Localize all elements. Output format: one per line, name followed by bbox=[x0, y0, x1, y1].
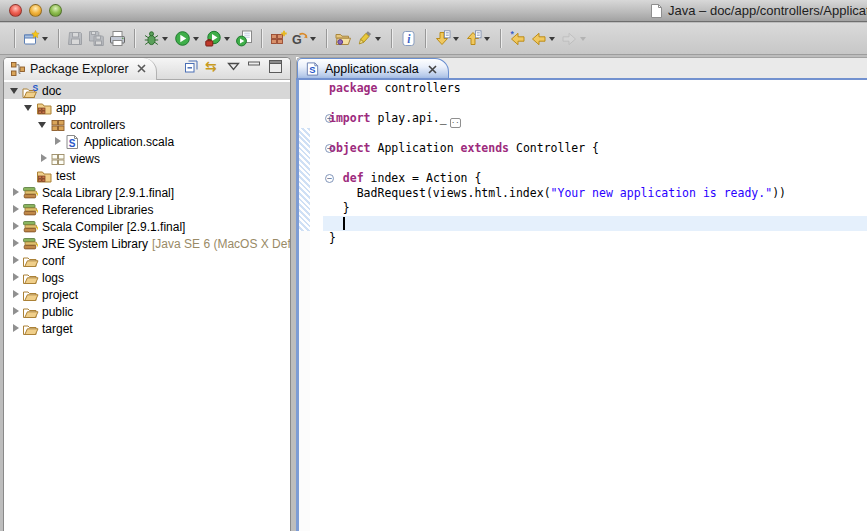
tree-item-scala-library-2-9-1-final[interactable]: Scala Library [2.9.1.final] bbox=[4, 184, 290, 201]
run-as-button[interactable] bbox=[234, 26, 255, 52]
tree-item-label: controllers bbox=[68, 118, 125, 132]
debug-dropdown-arrow-icon[interactable] bbox=[162, 37, 168, 41]
tree-item-app[interactable]: app bbox=[4, 99, 290, 116]
run-external-dropdown-arrow-icon[interactable] bbox=[224, 37, 230, 41]
previous-annotation-dropdown-arrow-icon[interactable] bbox=[484, 37, 490, 41]
collapsed-arrow-icon[interactable] bbox=[10, 289, 21, 300]
info-button[interactable]: i bbox=[398, 26, 419, 52]
toolbar-separator bbox=[391, 29, 392, 48]
collapsed-arrow-icon[interactable] bbox=[38, 153, 49, 164]
minimize-button[interactable] bbox=[246, 58, 263, 79]
tree-item-label: Referenced Libraries bbox=[40, 203, 153, 217]
code-line[interactable]: import play.api._.. bbox=[323, 111, 867, 126]
maximize-button[interactable] bbox=[267, 58, 284, 79]
tree-item-jre-system-library[interactable]: JRE System Library[Java SE 6 (MacOS X De… bbox=[4, 235, 290, 252]
tree-item-logs[interactable]: logs bbox=[4, 269, 290, 286]
run-dropdown-arrow-icon[interactable] bbox=[193, 37, 199, 41]
new-java-package-button[interactable] bbox=[268, 26, 289, 52]
svg-text:S: S bbox=[33, 83, 39, 93]
new-wizard-button[interactable] bbox=[21, 26, 52, 52]
eclipse-window: { "window": { "title": "Java – doc/app/c… bbox=[0, 0, 867, 531]
minimize-window-button[interactable] bbox=[29, 4, 42, 17]
tree-item-doc[interactable]: Sdoc bbox=[4, 82, 290, 99]
expanded-arrow-icon[interactable] bbox=[10, 85, 21, 96]
collapsed-arrow-icon[interactable] bbox=[10, 238, 21, 249]
expanded-arrow-icon[interactable] bbox=[38, 119, 49, 130]
zoom-window-button[interactable] bbox=[49, 4, 62, 17]
generate-icon: G bbox=[291, 30, 308, 47]
tree-item-controllers[interactable]: controllers bbox=[4, 116, 290, 133]
collapsed-arrow-icon[interactable] bbox=[10, 323, 21, 334]
collapsed-arrow-icon[interactable] bbox=[10, 204, 21, 215]
run-external-button[interactable] bbox=[203, 26, 234, 52]
collapsed-arrow-icon[interactable] bbox=[10, 255, 21, 266]
code-line-current[interactable] bbox=[323, 216, 867, 231]
code-line[interactable]: } bbox=[323, 231, 867, 246]
collapsed-arrow-icon[interactable] bbox=[10, 187, 21, 198]
debug-button[interactable] bbox=[141, 26, 172, 52]
library-icon bbox=[22, 236, 38, 252]
tree-item-referenced-libraries[interactable]: Referenced Libraries bbox=[4, 201, 290, 218]
tree-item-test[interactable]: test bbox=[4, 167, 290, 184]
info-icon: i bbox=[400, 30, 417, 47]
tree-item-label: Scala Compiler [2.9.1.final] bbox=[40, 220, 185, 234]
link-with-editor-button[interactable]: ⇆ bbox=[204, 58, 221, 79]
code-line[interactable] bbox=[323, 126, 867, 141]
print-button[interactable] bbox=[107, 26, 128, 52]
last-edit-location-button[interactable]: * bbox=[507, 26, 528, 52]
next-annotation-button[interactable] bbox=[432, 26, 463, 52]
back-button[interactable] bbox=[528, 26, 559, 52]
code-text-area[interactable]: package controllersimport play.api._..ob… bbox=[323, 80, 867, 531]
package-folder-icon bbox=[36, 168, 52, 184]
editor-tab-application-scala[interactable]: S Application.scala bbox=[297, 58, 449, 79]
maximize-icon bbox=[267, 58, 284, 79]
tree-item-views[interactable]: views bbox=[4, 150, 290, 167]
search-marker-dropdown-arrow-icon[interactable] bbox=[375, 37, 381, 41]
next-annotation-dropdown-arrow-icon[interactable] bbox=[453, 37, 459, 41]
collapsed-arrow-icon[interactable] bbox=[10, 221, 21, 232]
run-as-icon bbox=[236, 30, 253, 47]
generate-dropdown-arrow-icon[interactable] bbox=[310, 37, 316, 41]
tree-item-public[interactable]: public bbox=[4, 303, 290, 320]
tree-item-label: project bbox=[40, 288, 78, 302]
tree-item-scala-compiler-2-9-1-final[interactable]: Scala Compiler [2.9.1.final] bbox=[4, 218, 290, 235]
previous-annotation-button[interactable] bbox=[463, 26, 494, 52]
tree-item-application-scala[interactable]: SApplication.scala bbox=[4, 133, 290, 150]
collapse-all-button[interactable] bbox=[183, 58, 200, 79]
view-menu-button[interactable] bbox=[225, 58, 242, 79]
code-line[interactable]: object Application extends Controller { bbox=[323, 141, 867, 156]
window-titlebar[interactable]: Java – doc/app/controllers/Application.s… bbox=[0, 0, 867, 22]
expanded-arrow-icon[interactable] bbox=[24, 102, 35, 113]
code-line[interactable]: } bbox=[323, 201, 867, 216]
close-view-icon[interactable] bbox=[135, 62, 148, 75]
code-line[interactable] bbox=[323, 156, 867, 171]
tree-item-target[interactable]: target bbox=[4, 320, 290, 337]
code-line[interactable]: package controllers bbox=[323, 81, 867, 96]
folder-icon bbox=[22, 287, 38, 303]
close-editor-icon[interactable] bbox=[426, 63, 439, 76]
new-wizard-dropdown-arrow-icon[interactable] bbox=[42, 37, 48, 41]
folder-icon bbox=[22, 321, 38, 337]
tree-item-project[interactable]: project bbox=[4, 286, 290, 303]
code-line[interactable]: def index = Action { bbox=[323, 171, 867, 186]
project-tree: SdocappcontrollersSApplication.scalaview… bbox=[4, 81, 290, 531]
close-window-button[interactable] bbox=[9, 4, 22, 17]
open-resource-button[interactable] bbox=[333, 26, 354, 52]
collapsed-arrow-icon[interactable] bbox=[10, 306, 21, 317]
last-edit-location-icon: * bbox=[509, 30, 526, 47]
forward-icon bbox=[561, 30, 578, 47]
collapsed-arrow-icon[interactable] bbox=[52, 136, 63, 147]
toolbar-separator bbox=[134, 29, 135, 48]
package-explorer-tab[interactable]: Package Explorer bbox=[4, 58, 157, 80]
code-token bbox=[329, 171, 343, 185]
search-marker-button[interactable] bbox=[354, 26, 385, 52]
back-dropdown-arrow-icon[interactable] bbox=[549, 37, 555, 41]
collapsed-arrow-icon[interactable] bbox=[10, 272, 21, 283]
code-line[interactable]: BadRequest(views.html.index("Your new ap… bbox=[323, 186, 867, 201]
code-token: } bbox=[329, 201, 350, 215]
generate-button[interactable]: G bbox=[289, 26, 320, 52]
run-button[interactable] bbox=[172, 26, 203, 52]
toolbar-separator bbox=[326, 29, 327, 48]
tree-item-conf[interactable]: conf bbox=[4, 252, 290, 269]
code-line[interactable] bbox=[323, 96, 867, 111]
